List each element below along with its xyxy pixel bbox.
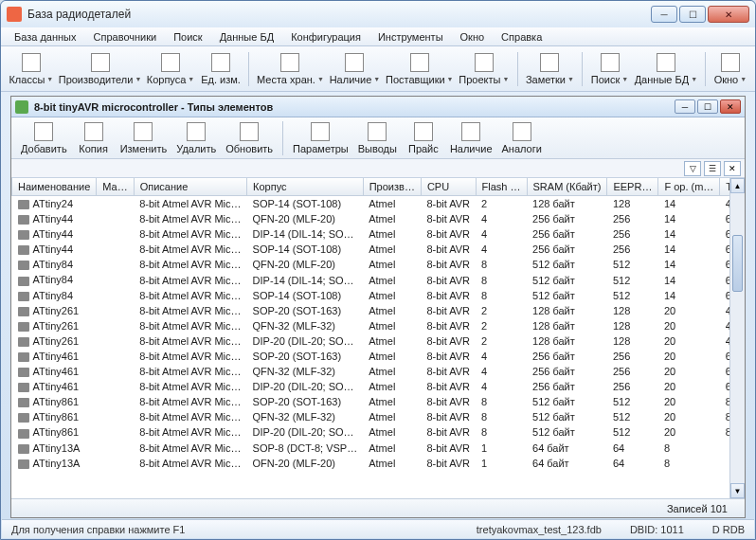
column-header[interactable]: CPU: [421, 178, 476, 196]
child-toolbar-icon: [368, 122, 387, 141]
table-cell: ATtiny24: [12, 196, 97, 212]
ctb-удалить[interactable]: Удалить: [172, 120, 220, 156]
ctb-добавить[interactable]: Добавить: [17, 120, 71, 156]
table-cell: DIP-14 (DIL-14; SO…: [247, 226, 364, 242]
table-cell: SOP-20 (SOT-163): [247, 394, 364, 409]
titlebar[interactable]: База радиодеталей ─ ☐ ✕: [1, 1, 755, 27]
tb-корпуса[interactable]: Корпуса▼: [144, 51, 196, 87]
tb-наличие[interactable]: Наличие▼: [327, 51, 382, 87]
column-header[interactable]: Описание: [134, 178, 246, 196]
data-grid[interactable]: НаименованиеМа…ОписаниеКорпусПроизв…CPUF…: [11, 178, 745, 498]
dropdown-icon: ▼: [502, 76, 509, 82]
ctb-обновить[interactable]: Обновить: [222, 120, 277, 156]
table-cell: Atmel: [363, 242, 421, 257]
tb-ед-изм-[interactable]: Ед. изм.: [199, 51, 243, 87]
table-row[interactable]: ATtiny448-bit Atmel AVR Mic…QFN-20 (MLF-…: [12, 211, 746, 226]
ctb-аналоги[interactable]: Аналоги: [498, 120, 546, 156]
menu-справка[interactable]: Справка: [494, 29, 549, 45]
scroll-up-button[interactable]: ▲: [730, 178, 745, 193]
tb-окно[interactable]: Окно▼: [711, 51, 749, 87]
dropdown-icon: ▼: [46, 76, 53, 82]
child-close-button[interactable]: ✕: [720, 99, 741, 114]
table-cell: [97, 379, 134, 394]
table-cell: ATtiny13A: [12, 441, 97, 456]
child-titlebar[interactable]: 8-bit tinyAVR microcontroller - Типы эле…: [11, 97, 745, 117]
ctb-наличие[interactable]: Наличие: [446, 120, 496, 156]
table-cell: 20: [658, 364, 720, 379]
tb-поиск[interactable]: Поиск▼: [588, 51, 631, 87]
columns-icon[interactable]: ☰: [704, 161, 721, 176]
column-header[interactable]: Ма…: [97, 178, 134, 196]
column-header[interactable]: Flash …: [476, 178, 527, 196]
column-header[interactable]: Корпус: [247, 178, 364, 196]
close-button[interactable]: ✕: [708, 6, 749, 23]
menu-справочники[interactable]: Справочники: [86, 29, 165, 45]
column-header[interactable]: F op. (m…: [658, 178, 720, 196]
column-header[interactable]: SRAM (Кбайт): [527, 178, 607, 196]
tb-классы[interactable]: Классы▼: [7, 51, 56, 87]
table-cell: SOP-14 (SOT-108): [247, 196, 364, 212]
table-cell: 20: [658, 394, 720, 409]
menu-конфигурация[interactable]: Конфигурация: [283, 29, 369, 45]
table-cell: 8-bit Atmel AVR Mic…: [134, 211, 246, 226]
vertical-scrollbar[interactable]: ▲ ▼: [729, 178, 745, 498]
table-row[interactable]: ATtiny848-bit Atmel AVR Mic…DIP-14 (DIL-…: [12, 272, 746, 287]
tb-заметки[interactable]: Заметки▼: [524, 51, 577, 87]
menu-инструменты[interactable]: Инструменты: [370, 29, 451, 45]
toolbar-icon: [601, 53, 620, 72]
table-row[interactable]: ATtiny13A8-bit Atmel AVR Mic…SOP-8 (DCT-…: [12, 441, 746, 456]
table-cell: 8-bit AVR: [421, 242, 476, 257]
minimize-button[interactable]: ─: [651, 6, 677, 23]
table-row[interactable]: ATtiny8618-bit Atmel AVR Mic…QFN-32 (MLF…: [12, 409, 746, 424]
menu-база-данных[interactable]: База данных: [7, 29, 84, 45]
table-row[interactable]: ATtiny8618-bit Atmel AVR Mic…SOP-20 (SOT…: [12, 394, 746, 409]
table-row[interactable]: ATtiny848-bit Atmel AVR Mic…SOP-14 (SOT-…: [12, 288, 746, 303]
table-row[interactable]: ATtiny2618-bit Atmel AVR Mic…DIP-20 (DIL…: [12, 333, 746, 349]
ctb-параметры[interactable]: Параметры: [289, 120, 352, 156]
scroll-thumb[interactable]: [732, 235, 743, 292]
scroll-down-button[interactable]: ▼: [730, 483, 745, 498]
filter-icon[interactable]: ▽: [684, 161, 701, 176]
tb-проекты[interactable]: Проекты▼: [457, 51, 512, 87]
menu-данные-бд[interactable]: Данные БД: [212, 29, 281, 45]
menu-окно[interactable]: Окно: [453, 29, 493, 45]
table-row[interactable]: ATtiny8618-bit Atmel AVR Mic…DIP-20 (DIL…: [12, 424, 746, 440]
table-cell: 8-bit Atmel AVR Mic…: [134, 456, 246, 471]
clear-filter-icon[interactable]: ✕: [724, 161, 741, 176]
table-row[interactable]: ATtiny2618-bit Atmel AVR Mic…SOP-20 (SOT…: [12, 303, 746, 318]
table-cell: [97, 288, 134, 303]
table-cell: 256: [607, 364, 658, 379]
maximize-button[interactable]: ☐: [679, 6, 706, 23]
ctb-изменить[interactable]: Изменить: [117, 120, 171, 156]
table-row[interactable]: ATtiny248-bit Atmel AVR Mic…SOP-14 (SOT-…: [12, 196, 746, 212]
table-row[interactable]: ATtiny13A8-bit Atmel AVR Mic…OFN-20 (MLF…: [12, 456, 746, 471]
menu-поиск[interactable]: Поиск: [166, 29, 209, 45]
column-header[interactable]: Произв…: [363, 178, 421, 196]
child-maximize-button[interactable]: ☐: [697, 99, 718, 114]
row-icon: [18, 429, 29, 439]
table-cell: Atmel: [363, 441, 421, 456]
tb-поставщики[interactable]: Поставщики▼: [384, 51, 455, 87]
column-header[interactable]: Наименование: [12, 178, 97, 196]
tb-данные-бд[interactable]: Данные БД▼: [633, 51, 699, 87]
table-row[interactable]: ATtiny4618-bit Atmel AVR Mic…DIP-20 (DIL…: [12, 379, 746, 394]
table-row[interactable]: ATtiny4618-bit Atmel AVR Mic…SOP-20 (SOT…: [12, 349, 746, 364]
table-row[interactable]: ATtiny848-bit Atmel AVR Mic…QFN-20 (MLF-…: [12, 257, 746, 272]
table-row[interactable]: ATtiny448-bit Atmel AVR Mic…SOP-14 (SOT-…: [12, 242, 746, 257]
ctb-прайс[interactable]: Прайс: [403, 120, 444, 156]
table-cell: [97, 456, 134, 471]
tb-производители[interactable]: Производители▼: [58, 51, 143, 87]
ctb-копия[interactable]: Копия: [73, 120, 115, 156]
child-minimize-button[interactable]: ─: [675, 99, 695, 114]
table-cell: 14: [658, 211, 720, 226]
table-cell: 8-bit AVR: [421, 349, 476, 364]
table-row[interactable]: ATtiny4618-bit Atmel AVR Mic…QFN-32 (MLF…: [12, 364, 746, 379]
ctb-выводы[interactable]: Выводы: [354, 120, 401, 156]
table-cell: 2: [476, 303, 527, 318]
column-header[interactable]: EEPR…: [607, 178, 658, 196]
table-cell: ATtiny84: [12, 257, 97, 272]
table-row[interactable]: ATtiny2618-bit Atmel AVR Mic…QFN-32 (MLF…: [12, 318, 746, 333]
table-row[interactable]: ATtiny448-bit Atmel AVR Mic…DIP-14 (DIL-…: [12, 226, 746, 242]
table-cell: 128 байт: [527, 318, 607, 333]
tb-места-хран-[interactable]: Места хран.▼: [255, 51, 325, 87]
